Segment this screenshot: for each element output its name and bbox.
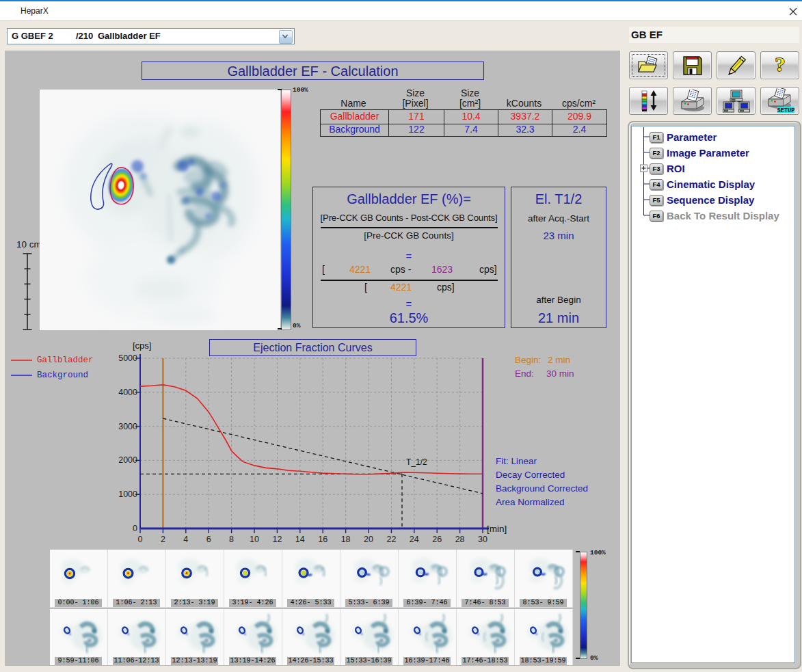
- svg-text:18: 18: [341, 535, 351, 544]
- svg-text:10: 10: [250, 535, 259, 544]
- svg-text:8: 8: [229, 535, 234, 544]
- svg-text:26: 26: [432, 535, 442, 544]
- svg-text:0: 0: [138, 535, 143, 544]
- svg-text:T_1/2: T_1/2: [406, 457, 427, 467]
- svg-text:2000: 2000: [118, 455, 137, 465]
- svg-text:30: 30: [478, 535, 487, 544]
- svg-text:?: ?: [775, 55, 786, 75]
- svg-text:2: 2: [161, 535, 165, 544]
- svg-text:[cps]: [cps]: [133, 340, 151, 351]
- svg-text:6: 6: [206, 535, 211, 544]
- svg-text:5000: 5000: [118, 353, 137, 363]
- svg-text:SETUP: SETUP: [777, 107, 794, 113]
- svg-text:14: 14: [295, 535, 305, 544]
- svg-text:24: 24: [410, 535, 419, 544]
- svg-text:3000: 3000: [118, 422, 137, 431]
- svg-text:1000: 1000: [118, 489, 137, 499]
- svg-text:20: 20: [364, 535, 373, 544]
- svg-text:4000: 4000: [118, 388, 137, 397]
- svg-text:22: 22: [386, 535, 396, 544]
- svg-text:16: 16: [318, 535, 328, 544]
- svg-text:0: 0: [133, 524, 137, 533]
- svg-text:[min]: [min]: [487, 524, 507, 534]
- svg-text:4: 4: [183, 535, 188, 544]
- svg-text:28: 28: [455, 535, 465, 544]
- svg-text:12: 12: [272, 535, 282, 544]
